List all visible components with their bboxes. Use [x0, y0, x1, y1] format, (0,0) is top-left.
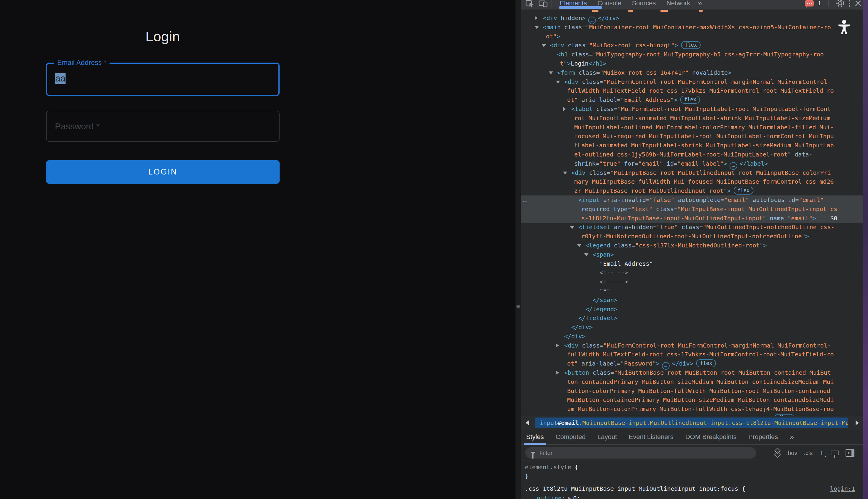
- devtools-splitter[interactable]: [515, 0, 521, 499]
- login-button[interactable]: LOGIN: [46, 160, 280, 184]
- dom-tree-row[interactable]: <div class="MuiFormControl-root MuiFormC…: [521, 77, 863, 86]
- dom-tree-row[interactable]: um MuiButton-colorPrimary MuiButton-full…: [521, 404, 863, 414]
- close-icon[interactable]: [854, 0, 861, 7]
- dom-tree-row[interactable]: ot" aria-label="Password">…</div>flex: [521, 359, 863, 368]
- dom-tree-row[interactable]: el-outlined css-1jy569b-MuiFormLabel-roo…: [521, 150, 863, 159]
- collapse-arrow-icon[interactable]: [570, 226, 574, 229]
- dom-tree-row[interactable]: <fieldset aria-hidden="true" class="MuiO…: [521, 223, 863, 232]
- inspect-icon[interactable]: [526, 0, 534, 8]
- element-states-icon[interactable]: [774, 449, 780, 458]
- expand-arrow-icon[interactable]: [556, 343, 559, 348]
- dom-tree-row[interactable]: fullWidth MuiTextField-root css-17vbkzs-…: [521, 350, 863, 359]
- rendering-emulation-icon[interactable]: [831, 451, 839, 455]
- more-tabs-button[interactable]: »: [696, 0, 705, 8]
- collapse-arrow-icon[interactable]: [556, 81, 560, 84]
- collapse-arrow-icon[interactable]: [577, 244, 581, 247]
- dom-tree-row[interactable]: focused Mui-required MuiInputLabel-root …: [521, 132, 863, 141]
- sidebar-toggle-icon[interactable]: [846, 449, 854, 457]
- collapse-arrow-icon[interactable]: [563, 172, 567, 174]
- flex-badge[interactable]: flex: [680, 96, 700, 104]
- dom-tree-row[interactable]: ton-containedPrimary MuiButton-sizeMediu…: [521, 377, 863, 387]
- devtools-tab-sources[interactable]: Sources: [626, 0, 661, 7]
- styles-tab-layout[interactable]: Layout: [597, 433, 617, 441]
- dom-tree-row[interactable]: <button class="MuiButtonBase-root MuiBut…: [521, 368, 863, 377]
- dom-tree-row[interactable]: </legend>: [521, 305, 863, 314]
- collapse-arrow-icon[interactable]: [542, 44, 546, 47]
- dom-tree-row[interactable]: <legend class="css-sl37lx-MuiNotchedOutl…: [521, 241, 863, 250]
- dom-tree-row[interactable]: s-1t8l2tu-MuiInputBase-input-MuiOutlined…: [521, 214, 863, 223]
- dom-tree-row[interactable]: <div class="MuiFormControl-root MuiFormC…: [521, 341, 863, 350]
- dom-tree-row[interactable]: shrink="true" for="email" id="email-labe…: [521, 159, 863, 168]
- dom-tree-row[interactable]: ot">: [521, 32, 863, 41]
- element-style-selector[interactable]: element.style: [525, 464, 571, 471]
- css-property-value[interactable]: 0;: [573, 495, 580, 499]
- styles-tab-computed[interactable]: Computed: [555, 433, 586, 441]
- dom-tree-row[interactable]: <!-- -->: [521, 277, 863, 287]
- breadcrumb-selected-node[interactable]: input#email.MuiInputBase-input.MuiOutlin…: [535, 417, 848, 428]
- dom-tree-row[interactable]: ot" aria-label="Email Address">flex: [521, 95, 863, 105]
- dom-tree-row[interactable]: MuiButton-containedPrimary MuiButton-siz…: [521, 395, 863, 404]
- expand-arrow-icon[interactable]: [535, 16, 538, 20]
- breadcrumb-scroll-left-button[interactable]: [521, 417, 533, 429]
- dom-tree-row[interactable]: <label class="MuiFormLabel-root MuiInput…: [521, 105, 863, 114]
- dom-tree-row[interactable]: <div hidden>…</div>: [521, 14, 863, 23]
- expand-longhand-icon[interactable]: [568, 497, 571, 499]
- dom-tree-row[interactable]: rol MuiInputLabel-animated MuiInputLabel…: [521, 114, 863, 123]
- dom-tree-row[interactable]: "*": [521, 287, 863, 295]
- dom-tree-row[interactable]: <h1 class="MuiTypography-root MuiTypogra…: [521, 50, 863, 59]
- dom-tree-row[interactable]: <div class="MuiInputBase-root MuiOutline…: [521, 168, 863, 178]
- password-field[interactable]: Password *: [46, 111, 280, 142]
- css-rule-selector[interactable]: .css-1t8l2tu-MuiInputBase-input-MuiOutli…: [525, 485, 738, 492]
- dom-tree-row[interactable]: zr-MuiInputBase-root-MuiOutlinedInput-ro…: [521, 186, 863, 195]
- styles-tab-dom-breakpoints[interactable]: DOM Breakpoints: [685, 433, 737, 441]
- dom-tree-row[interactable]: MuiInputLabel-outlined MuiFormLabel-colo…: [521, 123, 863, 132]
- dom-tree-row[interactable]: tLabel-animated MuiInputLabel-shrink Mui…: [521, 141, 863, 150]
- collapse-arrow-icon[interactable]: [535, 26, 539, 29]
- dom-tree-row[interactable]: Button-colorPrimary MuiButton-fullWidth …: [521, 387, 863, 395]
- toggle-class-button[interactable]: .cls: [804, 450, 812, 457]
- email-field[interactable]: Email Address * aa: [46, 63, 280, 96]
- dom-tree-row[interactable]: </div>: [521, 323, 863, 332]
- dom-tree-row[interactable]: t MuiButton-root" tabindex="0" type="sub…: [521, 414, 863, 416]
- dom-tree-row[interactable]: fullWidth MuiTextField-root css-17vbkzs-…: [521, 86, 863, 95]
- kebab-menu-icon[interactable]: [849, 0, 850, 7]
- styles-tab-event-listeners[interactable]: Event Listeners: [629, 433, 674, 441]
- issues-icon[interactable]: [805, 0, 814, 7]
- dom-tree-row[interactable]: <div class="MuiBox-root css-binzgt">flex: [521, 41, 863, 50]
- splitter-handle-icon[interactable]: [516, 305, 520, 308]
- more-styles-tabs-button[interactable]: »: [790, 432, 794, 441]
- styles-tab-styles[interactable]: Styles: [526, 433, 544, 441]
- dom-tree-row[interactable]: "Email Address": [521, 259, 863, 268]
- dom-tree-row[interactable]: </span>: [521, 295, 863, 305]
- device-toolbar-icon[interactable]: [538, 0, 548, 8]
- styles-filter-input[interactable]: Filter: [525, 447, 756, 459]
- dom-tree-row[interactable]: r01yff-MuiNotchedOutlined-root-MuiOutlin…: [521, 232, 863, 241]
- new-style-rule-button[interactable]: +: [819, 449, 824, 458]
- dom-tree-row[interactable]: </fieldset>: [521, 314, 863, 323]
- flex-badge[interactable]: flex: [734, 186, 754, 195]
- expand-arrow-icon[interactable]: [563, 107, 566, 111]
- dom-tree-row[interactable]: t">Login</h1>: [521, 59, 863, 68]
- collapse-arrow-icon[interactable]: [549, 71, 553, 74]
- email-field-value[interactable]: aa: [55, 73, 65, 84]
- dom-tree-row[interactable]: required type="text" class="MuiInputBase…: [521, 205, 863, 214]
- styles-tab-properties[interactable]: Properties: [748, 433, 778, 441]
- dom-tree-row[interactable]: <form class="MuiBox-root css-164r41r" no…: [521, 68, 863, 77]
- flex-badge[interactable]: flex: [696, 359, 716, 367]
- stylesheet-source-link[interactable]: login:1: [830, 484, 855, 493]
- collapse-arrow-icon[interactable]: [584, 253, 588, 256]
- dom-tree-row[interactable]: <!-- -->: [521, 268, 863, 277]
- css-property-name[interactable]: outline: [537, 495, 562, 499]
- toggle-hover-button[interactable]: :hov: [786, 450, 797, 457]
- dom-tree-row[interactable]: <span>: [521, 250, 863, 259]
- dom-tree-row[interactable]: <main class="MuiContainer-root MuiContai…: [521, 23, 863, 32]
- dom-tree-row[interactable]: mary MuiInputBase-fullWidth Mui-focused …: [521, 177, 863, 186]
- dom-tree-row[interactable]: …<input aria-invalid="false" autocomplet…: [521, 195, 863, 205]
- row-options-dots-icon[interactable]: …: [523, 195, 527, 205]
- dom-tree-row[interactable]: </div>: [521, 332, 863, 341]
- breadcrumb-scroll-right-button[interactable]: [851, 417, 863, 429]
- flex-badge[interactable]: flex: [681, 41, 701, 49]
- expand-arrow-icon[interactable]: [556, 370, 559, 375]
- gear-icon[interactable]: [836, 0, 845, 8]
- devtools-tab-network[interactable]: Network: [661, 0, 696, 7]
